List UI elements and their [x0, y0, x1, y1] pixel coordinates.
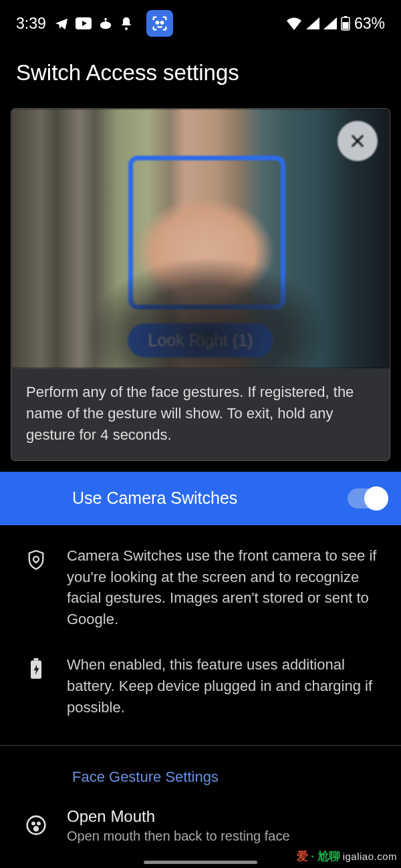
battery-icon — [341, 16, 350, 31]
signal-icon-2 — [323, 17, 337, 29]
open-mouth-icon — [25, 815, 47, 836]
nav-home-indicator[interactable] — [144, 861, 257, 864]
svg-point-13 — [32, 823, 34, 825]
close-icon — [348, 132, 367, 150]
svg-point-2 — [104, 18, 107, 21]
telegram-icon — [54, 16, 69, 31]
svg-rect-8 — [344, 16, 347, 17]
instruction-text: Perform any of the face gestures. If reg… — [11, 368, 390, 460]
status-bar-right: 63% — [286, 15, 385, 33]
svg-point-4 — [156, 21, 159, 24]
setting-open-mouth[interactable]: Open Mouth Open mouth then back to resti… — [0, 802, 401, 844]
youtube-icon — [76, 17, 92, 29]
setting-title: Open Mouth — [67, 807, 290, 826]
watermark: 爱 · 尬聊 igaliao.com — [297, 849, 397, 864]
reddit-icon — [98, 16, 113, 31]
toggle-label: Use Camera Switches — [72, 488, 237, 508]
switch-thumb — [364, 486, 388, 511]
battery-info-row: When enabled, this feature uses addition… — [0, 638, 401, 726]
detected-gesture-pill: Look Right (1) — [128, 323, 273, 357]
privacy-info-text: Camera Switches use the front camera to … — [67, 545, 380, 631]
signal-icon-1 — [306, 17, 319, 29]
setting-subtitle: Open mouth then back to resting face — [67, 829, 290, 844]
face-gesture-section-header: Face Gesture Settings — [0, 746, 401, 802]
camera-switches-toggle[interactable] — [348, 488, 386, 509]
battery-charging-icon — [29, 658, 43, 680]
face-detection-box — [128, 156, 285, 309]
battery-info-text: When enabled, this feature uses addition… — [67, 654, 380, 718]
battery-percentage: 63% — [354, 15, 385, 33]
privacy-info-row: Camera Switches use the front camera to … — [0, 525, 401, 639]
svg-point-14 — [37, 823, 39, 825]
svg-point-3 — [125, 27, 128, 30]
status-bar-left: 3:39 — [16, 10, 173, 37]
wifi-icon — [286, 17, 302, 30]
face-app-icon — [146, 10, 173, 37]
use-camera-switches-row[interactable]: Use Camera Switches — [0, 472, 401, 525]
svg-rect-7 — [342, 22, 348, 29]
page-title: Switch Access settings — [0, 41, 401, 108]
svg-point-15 — [34, 827, 38, 831]
camera-preview: Look Right (1) — [11, 109, 390, 368]
notification-icon — [120, 16, 133, 31]
camera-preview-card: Look Right (1) Perform any of the face g… — [11, 108, 390, 461]
status-bar: 3:39 63% — [0, 0, 401, 41]
svg-point-9 — [33, 557, 39, 562]
svg-point-5 — [161, 21, 164, 24]
notification-icons — [54, 10, 173, 37]
shield-icon — [27, 549, 45, 571]
clock: 3:39 — [16, 15, 46, 33]
svg-rect-11 — [34, 658, 39, 660]
close-button[interactable] — [338, 121, 378, 161]
